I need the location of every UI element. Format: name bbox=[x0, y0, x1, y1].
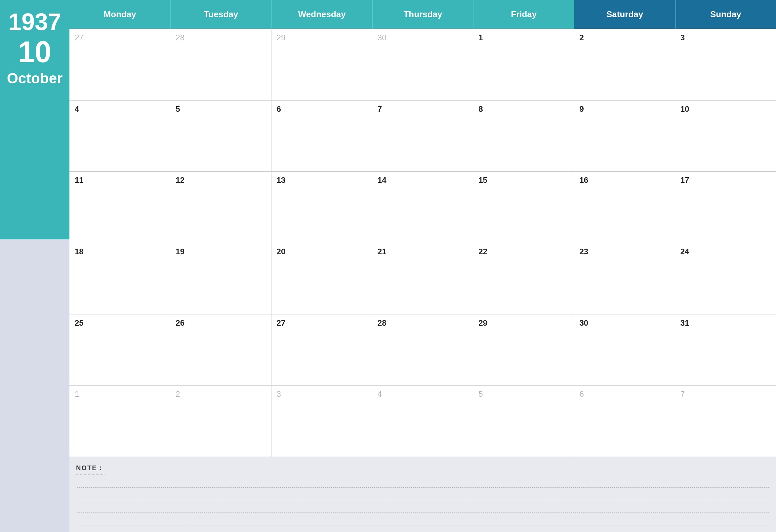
notes-lines bbox=[76, 475, 769, 532]
day-number: 20 bbox=[277, 247, 367, 256]
day-cell[interactable]: 7 bbox=[675, 385, 776, 457]
day-cell[interactable]: 30 bbox=[574, 315, 675, 386]
day-cell[interactable]: 27 bbox=[69, 29, 170, 101]
day-cell[interactable]: 11 bbox=[69, 172, 170, 243]
day-number: 28 bbox=[378, 318, 467, 328]
calendar-container: 1937 10 October Monday Tuesday Wednesday… bbox=[0, 0, 776, 532]
day-number: 7 bbox=[378, 105, 467, 114]
day-number: 10 bbox=[681, 105, 771, 114]
day-number: 30 bbox=[378, 33, 467, 42]
day-cell[interactable]: 5 bbox=[170, 101, 271, 172]
day-number: 4 bbox=[75, 105, 165, 114]
day-cell[interactable]: 17 bbox=[675, 172, 776, 243]
note-line-4 bbox=[76, 513, 769, 525]
day-number: 25 bbox=[75, 318, 165, 328]
day-number: 3 bbox=[681, 33, 771, 42]
day-cell[interactable]: 9 bbox=[574, 101, 675, 172]
day-cell[interactable]: 4 bbox=[372, 385, 473, 457]
day-cell[interactable]: 1 bbox=[473, 29, 574, 101]
sidebar-day-number: 10 bbox=[18, 37, 51, 67]
notes-section: NOTE： bbox=[69, 457, 776, 532]
day-cell[interactable]: 29 bbox=[473, 315, 574, 386]
day-cell[interactable]: 16 bbox=[574, 172, 675, 243]
day-number: 11 bbox=[75, 176, 165, 185]
header-friday: Friday bbox=[473, 0, 574, 29]
day-cell[interactable]: 12 bbox=[170, 172, 271, 243]
day-cell[interactable]: 29 bbox=[271, 29, 372, 101]
day-number: 6 bbox=[277, 105, 367, 114]
day-number: 13 bbox=[277, 176, 367, 185]
day-cell[interactable]: 4 bbox=[69, 101, 170, 172]
day-cell[interactable]: 22 bbox=[473, 243, 574, 315]
day-number: 15 bbox=[478, 176, 568, 185]
day-number: 31 bbox=[681, 318, 771, 328]
day-number: 2 bbox=[176, 389, 265, 399]
note-label: NOTE： bbox=[76, 464, 105, 475]
day-number: 21 bbox=[378, 247, 467, 256]
day-cell[interactable]: 20 bbox=[271, 243, 372, 315]
day-number: 8 bbox=[478, 105, 568, 114]
main-area: Monday Tuesday Wednesday Thursday Friday… bbox=[69, 0, 776, 532]
day-number: 29 bbox=[277, 33, 367, 42]
day-number: 1 bbox=[75, 389, 165, 399]
header-monday: Monday bbox=[69, 0, 170, 29]
day-number: 27 bbox=[75, 33, 165, 42]
sidebar-year: 1937 bbox=[8, 10, 61, 34]
day-number: 7 bbox=[681, 389, 771, 399]
day-number: 22 bbox=[478, 247, 568, 256]
day-number: 5 bbox=[176, 105, 265, 114]
day-cell[interactable]: 13 bbox=[271, 172, 372, 243]
day-number: 16 bbox=[579, 176, 669, 185]
day-cell[interactable]: 6 bbox=[271, 101, 372, 172]
day-cell[interactable]: 15 bbox=[473, 172, 574, 243]
header-sunday: Sunday bbox=[675, 0, 776, 29]
day-number: 14 bbox=[378, 176, 467, 185]
day-cell[interactable]: 30 bbox=[372, 29, 473, 101]
header-tuesday: Tuesday bbox=[170, 0, 271, 29]
day-number: 12 bbox=[176, 176, 265, 185]
note-line-2 bbox=[76, 488, 769, 500]
day-cell[interactable]: 18 bbox=[69, 243, 170, 315]
day-cell[interactable]: 28 bbox=[372, 315, 473, 386]
day-cell[interactable]: 24 bbox=[675, 243, 776, 315]
day-cell[interactable]: 21 bbox=[372, 243, 473, 315]
day-number: 19 bbox=[176, 247, 265, 256]
day-number: 27 bbox=[277, 318, 367, 328]
days-header: Monday Tuesday Wednesday Thursday Friday… bbox=[69, 0, 776, 29]
day-cell[interactable]: 31 bbox=[675, 315, 776, 386]
day-number: 30 bbox=[579, 318, 669, 328]
day-cell[interactable]: 10 bbox=[675, 101, 776, 172]
day-cell[interactable]: 28 bbox=[170, 29, 271, 101]
day-number: 5 bbox=[478, 389, 568, 399]
day-number: 26 bbox=[176, 318, 265, 328]
day-cell[interactable]: 26 bbox=[170, 315, 271, 386]
day-number: 23 bbox=[579, 247, 669, 256]
day-number: 9 bbox=[579, 105, 669, 114]
day-number: 2 bbox=[579, 33, 669, 42]
day-number: 24 bbox=[681, 247, 771, 256]
day-number: 4 bbox=[378, 389, 467, 399]
day-cell[interactable]: 8 bbox=[473, 101, 574, 172]
day-cell[interactable]: 23 bbox=[574, 243, 675, 315]
day-cell[interactable]: 25 bbox=[69, 315, 170, 386]
day-cell[interactable]: 6 bbox=[574, 385, 675, 457]
day-number: 29 bbox=[478, 318, 568, 328]
day-cell[interactable]: 2 bbox=[574, 29, 675, 101]
day-cell[interactable]: 27 bbox=[271, 315, 372, 386]
sidebar-month: October bbox=[7, 70, 63, 86]
note-line-1 bbox=[76, 475, 769, 488]
day-cell[interactable]: 14 bbox=[372, 172, 473, 243]
calendar-body: 2728293012345678910111213141516171819202… bbox=[69, 29, 776, 457]
day-cell[interactable]: 3 bbox=[271, 385, 372, 457]
header-wednesday: Wednesday bbox=[271, 0, 372, 29]
day-cell[interactable]: 7 bbox=[372, 101, 473, 172]
day-cell[interactable]: 19 bbox=[170, 243, 271, 315]
day-number: 1 bbox=[478, 33, 568, 42]
day-number: 17 bbox=[681, 176, 771, 185]
header-saturday: Saturday bbox=[574, 0, 675, 29]
day-cell[interactable]: 5 bbox=[473, 385, 574, 457]
day-cell[interactable]: 1 bbox=[69, 385, 170, 457]
note-line-3 bbox=[76, 500, 769, 513]
day-cell[interactable]: 2 bbox=[170, 385, 271, 457]
day-cell[interactable]: 3 bbox=[675, 29, 776, 101]
